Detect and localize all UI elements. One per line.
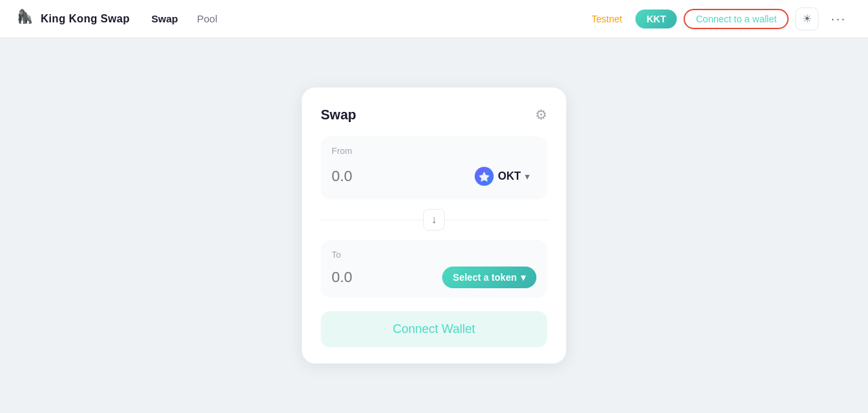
nav-pool[interactable]: Pool (189, 9, 226, 28)
to-amount-input[interactable] (332, 269, 440, 286)
down-arrow-icon: ↓ (431, 214, 437, 226)
gear-icon: ⚙ (535, 106, 547, 123)
sun-icon: ☀ (802, 12, 812, 25)
logo-text: King Kong Swap (41, 13, 130, 25)
from-section-row: OKT ▾ (332, 163, 536, 190)
okt-token-icon (475, 167, 494, 186)
to-label: To (332, 250, 536, 260)
to-section: To Select a token ▾ (321, 240, 547, 298)
nav-swap[interactable]: Swap (143, 9, 186, 28)
connect-wallet-button[interactable]: Connect Wallet (321, 311, 547, 347)
from-label: From (332, 146, 536, 156)
from-token-name: OKT (498, 170, 521, 182)
select-token-chevron-icon: ▾ (521, 272, 526, 283)
settings-button[interactable]: ⚙ (535, 106, 547, 123)
logo-icon: 🦍 (16, 9, 35, 28)
from-token-selector[interactable]: OKT ▾ (468, 163, 536, 190)
connect-to-wallet-button[interactable]: Connect to a wallet (684, 9, 789, 29)
theme-toggle-button[interactable]: ☀ (795, 7, 818, 31)
to-section-row: Select a token ▾ (332, 267, 536, 288)
nav-links: Swap Pool (143, 9, 225, 28)
header: 🦍 King Kong Swap Swap Pool Testnet KKT C… (0, 0, 868, 38)
swap-card-header: Swap ⚙ (321, 106, 547, 123)
header-right: Testnet KKT Connect to a wallet ☀ ··· (585, 7, 852, 31)
header-left: 🦍 King Kong Swap Swap Pool (16, 9, 226, 28)
swap-divider: ↓ (321, 199, 547, 240)
from-token-chevron-icon: ▾ (525, 171, 530, 182)
select-token-label: Select a token (453, 272, 517, 283)
swap-card-title: Swap (321, 107, 356, 123)
from-section: From OKT ▾ (321, 136, 547, 199)
more-options-button[interactable]: ··· (825, 8, 852, 29)
from-amount-input[interactable] (332, 168, 440, 185)
kkt-button[interactable]: KKT (635, 9, 677, 28)
main-content: Swap ⚙ From OKT ▾ (0, 38, 868, 413)
swap-card: Swap ⚙ From OKT ▾ (302, 87, 566, 363)
svg-marker-0 (479, 172, 490, 182)
select-token-button[interactable]: Select a token ▾ (442, 267, 536, 288)
testnet-button[interactable]: Testnet (585, 9, 629, 28)
logo-area: 🦍 King Kong Swap (16, 9, 130, 28)
swap-direction-button[interactable]: ↓ (423, 209, 445, 231)
